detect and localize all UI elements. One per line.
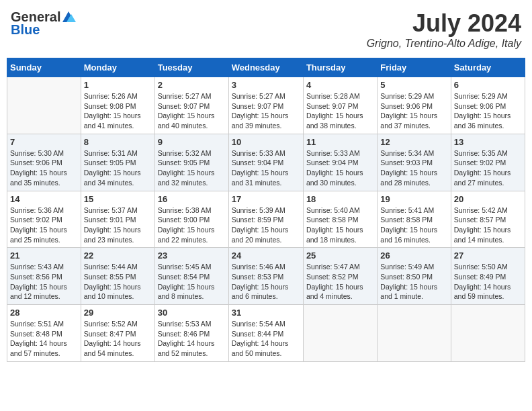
day-number: 11 [306, 137, 374, 147]
calendar-cell: 19Sunrise: 5:41 AM Sunset: 8:58 PM Dayli… [378, 191, 451, 248]
day-info: Sunrise: 5:49 AM Sunset: 8:50 PM Dayligh… [380, 262, 447, 302]
day-info: Sunrise: 5:53 AM Sunset: 8:46 PM Dayligh… [158, 319, 226, 359]
header-friday: Friday [378, 58, 451, 77]
day-number: 29 [84, 308, 152, 318]
day-info: Sunrise: 5:44 AM Sunset: 8:55 PM Dayligh… [84, 262, 152, 302]
calendar-cell: 3Sunrise: 5:27 AM Sunset: 9:07 PM Daylig… [228, 77, 303, 134]
calendar-cell: 13Sunrise: 5:35 AM Sunset: 9:02 PM Dayli… [451, 134, 525, 191]
calendar-cell: 31Sunrise: 5:54 AM Sunset: 8:44 PM Dayli… [228, 305, 303, 362]
day-info: Sunrise: 5:47 AM Sunset: 8:52 PM Dayligh… [306, 262, 374, 302]
calendar-cell: 30Sunrise: 5:53 AM Sunset: 8:46 PM Dayli… [154, 305, 228, 362]
calendar-cell: 16Sunrise: 5:38 AM Sunset: 9:00 PM Dayli… [154, 191, 228, 248]
calendar-cell: 26Sunrise: 5:49 AM Sunset: 8:50 PM Dayli… [378, 248, 451, 305]
day-info: Sunrise: 5:45 AM Sunset: 8:54 PM Dayligh… [158, 262, 226, 302]
day-info: Sunrise: 5:27 AM Sunset: 9:07 PM Dayligh… [232, 91, 300, 131]
month-title: July 2024 [367, 9, 521, 38]
calendar-cell: 6Sunrise: 5:29 AM Sunset: 9:06 PM Daylig… [451, 77, 525, 134]
calendar: SundayMondayTuesdayWednesdayThursdayFrid… [7, 58, 525, 362]
calendar-cell: 2Sunrise: 5:27 AM Sunset: 9:07 PM Daylig… [154, 77, 228, 134]
calendar-cell: 25Sunrise: 5:47 AM Sunset: 8:52 PM Dayli… [303, 248, 377, 305]
calendar-cell: 5Sunrise: 5:29 AM Sunset: 9:06 PM Daylig… [378, 77, 451, 134]
day-info: Sunrise: 5:32 AM Sunset: 9:05 PM Dayligh… [158, 148, 226, 188]
day-number: 9 [158, 137, 226, 147]
day-number: 28 [10, 308, 78, 318]
header-saturday: Saturday [451, 58, 525, 77]
day-info: Sunrise: 5:31 AM Sunset: 9:05 PM Dayligh… [84, 148, 152, 188]
week-row-3: 14Sunrise: 5:36 AM Sunset: 9:02 PM Dayli… [7, 191, 525, 248]
day-info: Sunrise: 5:33 AM Sunset: 9:04 PM Dayligh… [306, 148, 374, 188]
calendar-cell [378, 305, 451, 362]
day-info: Sunrise: 5:46 AM Sunset: 8:53 PM Dayligh… [232, 262, 300, 302]
day-info: Sunrise: 5:40 AM Sunset: 8:58 PM Dayligh… [306, 205, 374, 245]
day-info: Sunrise: 5:29 AM Sunset: 9:06 PM Dayligh… [380, 91, 447, 131]
day-info: Sunrise: 5:36 AM Sunset: 9:02 PM Dayligh… [10, 205, 78, 245]
day-info: Sunrise: 5:51 AM Sunset: 8:48 PM Dayligh… [10, 319, 78, 359]
calendar-cell: 9Sunrise: 5:32 AM Sunset: 9:05 PM Daylig… [154, 134, 228, 191]
calendar-cell: 23Sunrise: 5:45 AM Sunset: 8:54 PM Dayli… [154, 248, 228, 305]
calendar-cell: 12Sunrise: 5:34 AM Sunset: 9:03 PM Dayli… [378, 134, 451, 191]
day-info: Sunrise: 5:43 AM Sunset: 8:56 PM Dayligh… [10, 262, 78, 302]
calendar-cell: 4Sunrise: 5:28 AM Sunset: 9:07 PM Daylig… [303, 77, 377, 134]
calendar-cell: 11Sunrise: 5:33 AM Sunset: 9:04 PM Dayli… [303, 134, 377, 191]
day-number: 8 [84, 137, 152, 147]
day-number: 15 [84, 194, 152, 204]
calendar-cell: 27Sunrise: 5:50 AM Sunset: 8:49 PM Dayli… [451, 248, 525, 305]
calendar-cell: 18Sunrise: 5:40 AM Sunset: 8:58 PM Dayli… [303, 191, 377, 248]
day-info: Sunrise: 5:52 AM Sunset: 8:47 PM Dayligh… [84, 319, 152, 359]
header-sunday: Sunday [7, 58, 81, 77]
day-number: 14 [10, 194, 78, 204]
calendar-header-row: SundayMondayTuesdayWednesdayThursdayFrid… [7, 58, 525, 77]
logo-blue: Blue [11, 22, 40, 38]
day-info: Sunrise: 5:54 AM Sunset: 8:44 PM Dayligh… [232, 319, 300, 359]
day-number: 1 [84, 80, 152, 90]
day-number: 2 [158, 80, 226, 90]
day-number: 16 [158, 194, 226, 204]
day-number: 3 [232, 80, 300, 90]
day-number: 30 [158, 308, 226, 318]
day-number: 31 [232, 308, 300, 318]
day-number: 20 [454, 194, 522, 204]
day-number: 4 [306, 80, 374, 90]
day-number: 18 [306, 194, 374, 204]
day-number: 21 [10, 250, 78, 261]
day-info: Sunrise: 5:27 AM Sunset: 9:07 PM Dayligh… [158, 91, 226, 131]
calendar-cell: 22Sunrise: 5:44 AM Sunset: 8:55 PM Dayli… [81, 248, 154, 305]
day-number: 12 [380, 137, 447, 147]
location-title: Grigno, Trentino-Alto Adige, Italy [367, 38, 521, 50]
calendar-cell [451, 305, 525, 362]
day-number: 6 [454, 80, 522, 90]
header-wednesday: Wednesday [228, 58, 303, 77]
week-row-1: 1Sunrise: 5:26 AM Sunset: 9:08 PM Daylig… [7, 77, 525, 134]
calendar-cell: 20Sunrise: 5:42 AM Sunset: 8:57 PM Dayli… [451, 191, 525, 248]
header-monday: Monday [81, 58, 154, 77]
day-number: 27 [454, 250, 522, 261]
day-number: 10 [232, 137, 300, 147]
calendar-cell: 1Sunrise: 5:26 AM Sunset: 9:08 PM Daylig… [81, 77, 154, 134]
calendar-cell [303, 305, 377, 362]
day-number: 17 [232, 194, 300, 204]
calendar-cell: 28Sunrise: 5:51 AM Sunset: 8:48 PM Dayli… [7, 305, 81, 362]
calendar-cell: 8Sunrise: 5:31 AM Sunset: 9:05 PM Daylig… [81, 134, 154, 191]
day-info: Sunrise: 5:30 AM Sunset: 9:06 PM Dayligh… [10, 148, 78, 188]
header-thursday: Thursday [303, 58, 377, 77]
day-info: Sunrise: 5:41 AM Sunset: 8:58 PM Dayligh… [380, 205, 447, 245]
day-info: Sunrise: 5:28 AM Sunset: 9:07 PM Dayligh… [306, 91, 374, 131]
day-info: Sunrise: 5:26 AM Sunset: 9:08 PM Dayligh… [84, 91, 152, 131]
calendar-cell: 29Sunrise: 5:52 AM Sunset: 8:47 PM Dayli… [81, 305, 154, 362]
title-area: July 2024 Grigno, Trentino-Alto Adige, I… [367, 9, 521, 50]
day-number: 24 [232, 250, 300, 261]
day-number: 25 [306, 250, 374, 261]
calendar-cell: 14Sunrise: 5:36 AM Sunset: 9:02 PM Dayli… [7, 191, 81, 248]
day-info: Sunrise: 5:29 AM Sunset: 9:06 PM Dayligh… [454, 91, 522, 131]
day-info: Sunrise: 5:34 AM Sunset: 9:03 PM Dayligh… [380, 148, 447, 188]
day-number: 5 [380, 80, 447, 90]
calendar-cell: 17Sunrise: 5:39 AM Sunset: 8:59 PM Dayli… [228, 191, 303, 248]
header-tuesday: Tuesday [154, 58, 228, 77]
calendar-cell: 21Sunrise: 5:43 AM Sunset: 8:56 PM Dayli… [7, 248, 81, 305]
day-info: Sunrise: 5:38 AM Sunset: 9:00 PM Dayligh… [158, 205, 226, 245]
day-info: Sunrise: 5:39 AM Sunset: 8:59 PM Dayligh… [232, 205, 300, 245]
day-number: 19 [380, 194, 447, 204]
day-number: 23 [158, 250, 226, 261]
week-row-5: 28Sunrise: 5:51 AM Sunset: 8:48 PM Dayli… [7, 305, 525, 362]
logo: General Blue [11, 9, 77, 38]
